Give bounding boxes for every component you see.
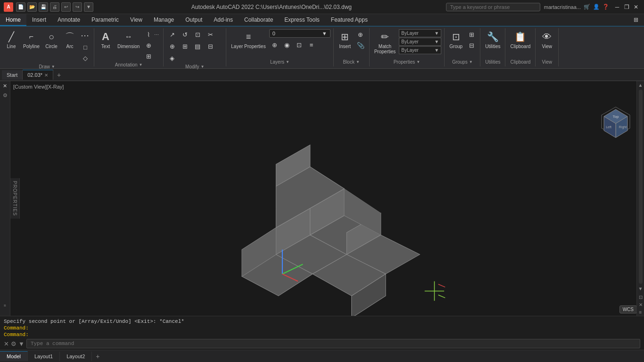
sidebar-settings[interactable]: ⚙ xyxy=(1,92,9,101)
clipboard-btn[interactable]: 📋 Clipboard xyxy=(508,29,532,50)
customize-btn[interactable]: ▼ xyxy=(84,2,93,12)
tab-active-doc[interactable]: 02.03* ✕ xyxy=(23,70,53,80)
tab-view[interactable]: View xyxy=(124,14,148,26)
tab-layout1[interactable]: Layout1 xyxy=(28,352,60,361)
new-btn[interactable]: 📄 xyxy=(16,2,25,12)
restore-btn[interactable]: ❐ xyxy=(622,3,631,11)
cmd-settings-icon[interactable]: ⚙ xyxy=(11,340,17,347)
add-doc-tab[interactable]: + xyxy=(53,69,65,81)
tab-insert[interactable]: Insert xyxy=(26,14,52,26)
layer-btn-2[interactable]: ◉ xyxy=(281,40,293,50)
arc-btn[interactable]: ⌒ Arc xyxy=(61,29,78,50)
modify-btn-3[interactable]: ⊡ xyxy=(192,29,203,40)
ribbon-group-draw: ╱ Line ⌐ Polyline ○ Circle ⌒ Arc ⋯ □ ◇ D… xyxy=(0,28,94,66)
ribbon-group-matchprops: ✏ MatchProperties ByLayer▼ ByLayer▼ ByLa… xyxy=(370,28,445,66)
text-btn[interactable]: A Text xyxy=(97,29,114,50)
utilities-btn[interactable]: 🔧 Utilities xyxy=(483,29,502,50)
tab-manage[interactable]: Manage xyxy=(148,14,180,26)
svg-line-19 xyxy=(438,284,445,287)
cmd-input[interactable] xyxy=(26,339,640,348)
tab-parametric[interactable]: Parametric xyxy=(86,14,124,26)
properties-expand[interactable]: ▼ xyxy=(416,60,420,64)
v-scrollbar[interactable]: ▲ ▼ ⊡ ✕ ≡ xyxy=(636,81,644,316)
tab-output[interactable]: Output xyxy=(180,14,208,26)
tab-home[interactable]: Home xyxy=(0,14,26,26)
insert-sm-2[interactable]: 📎 xyxy=(355,40,366,50)
close-doc-tab[interactable]: ✕ xyxy=(44,73,48,78)
modify-btn-2[interactable]: ↺ xyxy=(179,29,190,40)
layer-props-btn[interactable]: ≡ Layer Properties xyxy=(229,29,267,50)
draw-expand[interactable]: ▼ xyxy=(51,65,55,69)
sidebar-layers-icon[interactable]: ≡ xyxy=(1,304,9,312)
layer-dropdown[interactable]: 0 ▼ xyxy=(269,29,330,38)
tab-start[interactable]: Start xyxy=(2,70,23,80)
modify-btn-6[interactable]: ⊞ xyxy=(179,41,190,51)
ann-small-1[interactable]: ⌇⋯ xyxy=(143,29,160,40)
modify-btn-9[interactable]: ◈ xyxy=(166,53,178,63)
help-icon[interactable]: ❓ xyxy=(603,4,609,10)
match-props-btn[interactable]: ✏ MatchProperties xyxy=(372,29,398,55)
search-input[interactable] xyxy=(446,3,540,11)
scroll-extra-2[interactable]: ✕ xyxy=(637,301,644,308)
groups-expand[interactable]: ▼ xyxy=(469,60,473,64)
draw-small-2[interactable]: ◇ xyxy=(80,53,91,63)
modify-btn-1[interactable]: ↗ xyxy=(166,29,178,40)
group-sm-2[interactable]: ⊟ xyxy=(466,40,477,50)
annotation-expand[interactable]: ▼ xyxy=(139,63,143,67)
tab-featured[interactable]: Featured Apps xyxy=(325,14,373,26)
redo-btn[interactable]: ↪ xyxy=(73,2,82,12)
wcs-label[interactable]: WCS xyxy=(619,305,637,313)
cmd-cancel-icon[interactable]: ✕ xyxy=(4,340,9,347)
ann-small-2[interactable]: ⊕ xyxy=(143,40,160,50)
dimension-btn[interactable]: ↔ Dimension xyxy=(116,29,141,50)
sidebar-close[interactable]: ✕ xyxy=(1,83,9,91)
modify-btn-8[interactable]: ⊟ xyxy=(205,41,216,51)
tab-collaborate[interactable]: Collaborate xyxy=(239,14,279,26)
insert-sm-1[interactable]: ⊕ xyxy=(355,29,366,40)
cmd-line-2: Command: xyxy=(4,325,640,331)
main-viewport[interactable]: [Custom View][X-Ray] PROPERTIES xyxy=(10,81,644,316)
add-layout-tab[interactable]: + xyxy=(92,351,103,362)
tab-extra[interactable]: ⊞ xyxy=(628,14,644,26)
close-btn[interactable]: ✕ xyxy=(632,3,640,11)
modify-btn-7[interactable]: ▤ xyxy=(192,41,203,51)
group-sm-1[interactable]: ⊞ xyxy=(466,29,477,40)
scroll-down-btn[interactable]: ▼ xyxy=(637,285,644,292)
layer-btn-4[interactable]: ≡ xyxy=(306,40,317,50)
layers-expand[interactable]: ▼ xyxy=(286,60,289,64)
minimize-btn[interactable]: ─ xyxy=(613,3,621,11)
view-btn[interactable]: 👁 View xyxy=(538,29,555,50)
save-btn[interactable]: 💾 xyxy=(39,2,48,12)
cart-icon[interactable]: 🛒 xyxy=(584,4,590,10)
tab-express[interactable]: Express Tools xyxy=(279,14,325,26)
draw-small-1[interactable]: □ xyxy=(80,42,91,52)
layer-btn-1[interactable]: ⊕ xyxy=(269,40,281,50)
scroll-up-btn[interactable]: ▲ xyxy=(637,81,644,89)
draw-more-btn[interactable]: ⋯ xyxy=(80,29,91,41)
print-btn[interactable]: 🖨 xyxy=(50,2,59,12)
scroll-extra-3[interactable]: ≡ xyxy=(637,308,644,316)
insert-btn[interactable]: ⊞ Insert xyxy=(337,29,354,50)
open-btn[interactable]: 📂 xyxy=(27,2,37,12)
polyline-btn[interactable]: ⌐ Polyline xyxy=(21,29,41,50)
group-btn[interactable]: ⊡ Group xyxy=(447,29,464,50)
block-expand[interactable]: ▼ xyxy=(356,60,360,64)
scroll-track-v[interactable] xyxy=(639,90,643,284)
scroll-extra-1[interactable]: ⊡ xyxy=(637,293,644,301)
circle-btn[interactable]: ○ Circle xyxy=(43,29,60,50)
undo-btn[interactable]: ↩ xyxy=(61,2,71,12)
tab-addins[interactable]: Add-ins xyxy=(208,14,239,26)
tab-annotate[interactable]: Annotate xyxy=(52,14,86,26)
tab-model[interactable]: Model xyxy=(0,351,28,361)
modify-btn-5[interactable]: ⊕ xyxy=(166,41,178,51)
account-icon[interactable]: 👤 xyxy=(593,4,600,10)
tab-layout2[interactable]: Layout2 xyxy=(60,352,92,361)
modify-btn-4[interactable]: ✂ xyxy=(205,29,216,40)
layer-btn-3[interactable]: ⊡ xyxy=(294,40,305,50)
nav-cube[interactable]: Top Right Left xyxy=(597,105,635,142)
line-btn[interactable]: ╱ Line xyxy=(3,29,20,50)
left-sidebar: ✕ ⚙ ≡ xyxy=(0,81,10,316)
cmd-dropdown-icon[interactable]: ▼ xyxy=(18,340,25,347)
modify-expand[interactable]: ▼ xyxy=(201,65,205,69)
ann-small-3[interactable]: ⊞ xyxy=(143,51,160,61)
